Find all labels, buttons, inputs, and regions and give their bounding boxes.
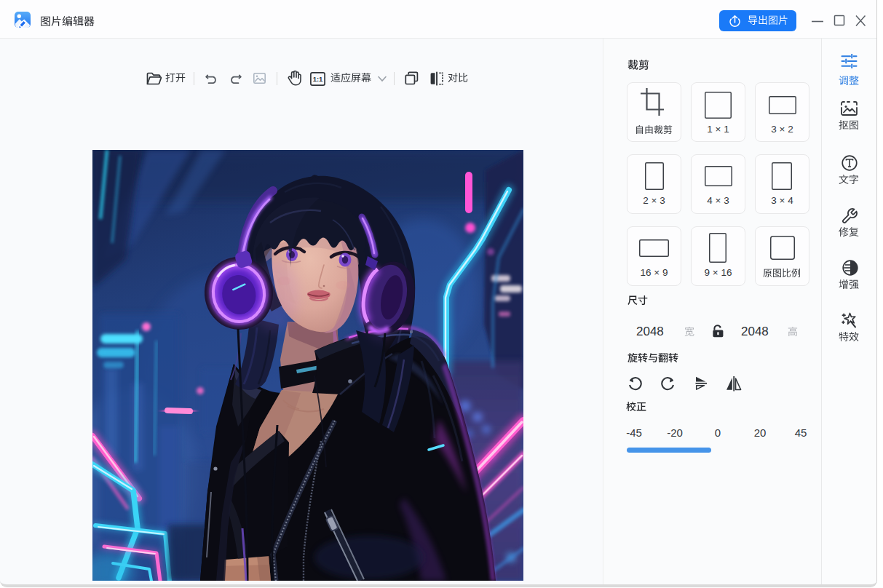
svg-text:1:1: 1:1 (313, 75, 323, 83)
